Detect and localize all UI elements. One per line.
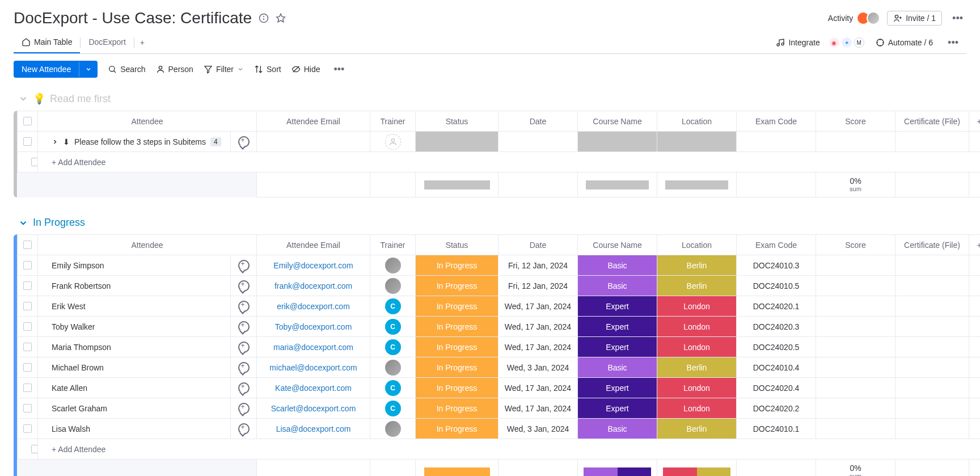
col-status[interactable]: Status	[416, 111, 499, 132]
exam-cell[interactable]: DOC24010.4	[737, 357, 816, 378]
chat-icon[interactable]	[238, 403, 250, 414]
course-cell[interactable]: Basic	[578, 255, 657, 276]
chat-icon[interactable]	[238, 260, 250, 271]
person-tool[interactable]: Person	[156, 65, 193, 74]
exam-cell[interactable]: DOC24010.1	[737, 419, 816, 439]
score-cell[interactable]	[816, 378, 895, 398]
table-row[interactable]: Toby WalkerToby@docexport.comCIn Progres…	[18, 317, 981, 337]
attendee-name[interactable]: Toby Walker	[38, 317, 231, 337]
col-cert[interactable]: Certificate (File)	[895, 235, 969, 255]
table-row[interactable]: Emily SimpsonEmily@docexport.comIn Progr…	[18, 255, 981, 276]
activity-label[interactable]: Activity	[828, 14, 853, 23]
row-checkbox[interactable]	[23, 322, 32, 331]
info-icon[interactable]	[259, 13, 269, 23]
col-location[interactable]: Location	[657, 111, 737, 132]
score-cell[interactable]	[816, 296, 895, 317]
more-menu-icon[interactable]: •••	[949, 12, 966, 24]
date-cell[interactable]: Wed, 17 Jan, 2024	[499, 317, 578, 337]
attendee-name[interactable]: Michael Brown	[38, 357, 231, 378]
status-cell[interactable]: In Progress	[416, 296, 499, 317]
cert-cell[interactable]	[895, 398, 969, 419]
trainer-avatar[interactable]: C	[385, 339, 401, 355]
chat-icon[interactable]	[238, 382, 250, 394]
date-cell[interactable]: Fri, 12 Jan, 2024	[499, 255, 578, 276]
col-date[interactable]: Date	[499, 111, 578, 132]
status-cell[interactable]: In Progress	[416, 398, 499, 419]
tabs-more-icon[interactable]: •••	[944, 37, 962, 49]
col-email[interactable]: Attendee Email	[257, 235, 370, 255]
add-attendee-row[interactable]: + Add Attendee	[18, 439, 981, 460]
trainer-avatar[interactable]	[385, 278, 401, 294]
exam-cell[interactable]: DOC24020.5	[737, 337, 816, 357]
exam-cell[interactable]: DOC24020.1	[737, 296, 816, 317]
trainer-avatar[interactable]: C	[385, 298, 401, 314]
add-column-button[interactable]: +	[969, 111, 981, 132]
status-cell[interactable]: In Progress	[416, 378, 499, 398]
col-trainer[interactable]: Trainer	[370, 111, 416, 132]
course-cell[interactable]	[578, 132, 657, 151]
chevron-down-icon[interactable]	[18, 94, 28, 104]
attendee-email[interactable]: Scarlet@docexport.com	[271, 404, 356, 413]
row-checkbox[interactable]	[31, 158, 38, 166]
date-cell[interactable]: Wed, 17 Jan, 2024	[499, 398, 578, 419]
add-tab-button[interactable]: +	[134, 33, 150, 52]
date-cell[interactable]: Wed, 17 Jan, 2024	[499, 378, 578, 398]
trainer-avatar[interactable]: C	[385, 319, 401, 335]
date-cell[interactable]: Wed, 17 Jan, 2024	[499, 296, 578, 317]
new-attendee-button[interactable]: New Attendee	[14, 61, 98, 78]
location-cell[interactable]: Berlin	[657, 419, 737, 439]
chevron-down-icon[interactable]	[18, 218, 28, 228]
col-exam[interactable]: Exam Code	[737, 235, 816, 255]
course-cell[interactable]: Expert	[578, 296, 657, 317]
status-cell[interactable]: In Progress	[416, 357, 499, 378]
row-checkbox[interactable]	[23, 424, 32, 433]
score-cell[interactable]	[816, 317, 895, 337]
chat-icon[interactable]	[238, 342, 250, 353]
add-attendee-row[interactable]: + Add Attendee	[18, 152, 981, 172]
attendee-name[interactable]: Erik West	[38, 296, 231, 317]
integrate-button[interactable]: Integrate	[776, 38, 820, 47]
status-cell[interactable]: In Progress	[416, 317, 499, 337]
course-cell[interactable]: Basic	[578, 357, 657, 378]
attendee-email[interactable]: frank@docexport.com	[274, 281, 352, 290]
col-course[interactable]: Course Name	[578, 111, 657, 132]
table-row[interactable]: Scarlet GrahamScarlet@docexport.comCIn P…	[18, 398, 981, 419]
attendee-name[interactable]: Maria Thompson	[38, 337, 231, 357]
toolbar-more-icon[interactable]: •••	[331, 64, 348, 75]
score-cell[interactable]	[816, 419, 895, 439]
col-score[interactable]: Score	[816, 235, 895, 255]
chat-icon[interactable]	[238, 362, 250, 373]
chat-icon[interactable]	[238, 136, 250, 148]
status-cell[interactable]: In Progress	[416, 337, 499, 357]
col-status[interactable]: Status	[416, 235, 499, 255]
location-cell[interactable]: London	[657, 378, 737, 398]
sort-tool[interactable]: Sort	[254, 65, 281, 74]
course-cell[interactable]: Expert	[578, 378, 657, 398]
add-column-button[interactable]: +	[969, 235, 981, 255]
status-cell[interactable]: In Progress	[416, 276, 499, 296]
cert-cell[interactable]	[895, 317, 969, 337]
chevron-down-icon[interactable]	[79, 62, 98, 77]
date-cell[interactable]: Fri, 12 Jan, 2024	[499, 276, 578, 296]
select-all-checkbox[interactable]	[23, 241, 32, 249]
chevron-right-icon[interactable]	[52, 138, 58, 145]
location-cell[interactable]: London	[657, 296, 737, 317]
location-cell[interactable]: London	[657, 337, 737, 357]
trainer-avatar[interactable]	[385, 421, 401, 437]
select-all-checkbox[interactable]	[23, 117, 32, 125]
date-cell[interactable]: Wed, 3 Jan, 2024	[499, 419, 578, 439]
status-cell[interactable]: In Progress	[416, 255, 499, 276]
group-title-inprogress[interactable]: In Progress	[33, 217, 85, 229]
col-exam[interactable]: Exam Code	[737, 111, 816, 132]
status-cell[interactable]: In Progress	[416, 419, 499, 439]
chat-icon[interactable]	[238, 301, 250, 312]
course-cell[interactable]: Basic	[578, 276, 657, 296]
integration-icon-2[interactable]: ✦	[842, 37, 852, 48]
course-cell[interactable]: Expert	[578, 398, 657, 419]
col-date[interactable]: Date	[499, 235, 578, 255]
trainer-avatar[interactable]	[385, 360, 401, 376]
exam-cell[interactable]: DOC24020.4	[737, 378, 816, 398]
row-checkbox[interactable]	[23, 302, 32, 310]
table-row[interactable]: Michael Brownmichael@docexport.comIn Pro…	[18, 357, 981, 378]
cert-cell[interactable]	[895, 357, 969, 378]
